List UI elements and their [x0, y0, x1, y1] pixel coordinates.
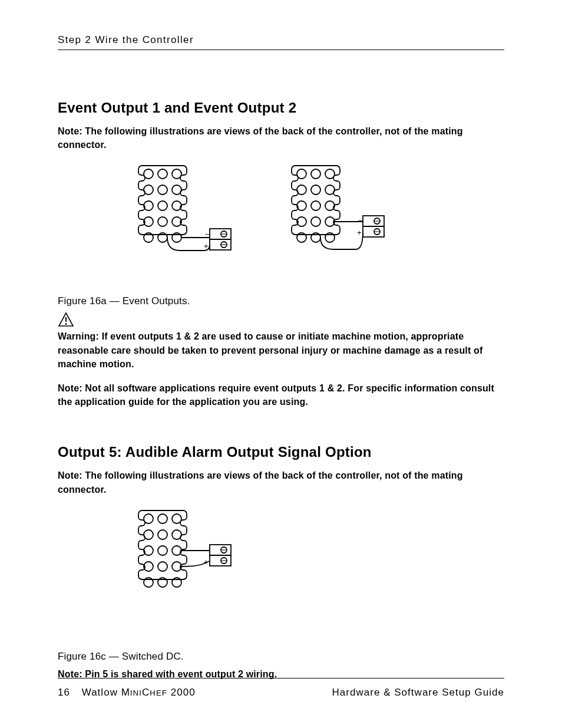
- figure-16c: – +: [133, 507, 504, 604]
- svg-point-48: [65, 323, 67, 325]
- page-footer: 16 Watlow MINICHEF 2000 Hardware & Softw…: [58, 678, 504, 699]
- svg-point-1: [158, 169, 167, 179]
- warning-text: Warning: If event outputs 1 & 2 are used…: [58, 330, 504, 371]
- svg-text:–: –: [205, 229, 210, 238]
- footer-right: Hardware & Software Setup Guide: [332, 687, 504, 699]
- svg-point-10: [158, 217, 167, 226]
- figure-16a: – +: [133, 162, 504, 262]
- svg-point-49: [144, 514, 153, 523]
- running-head: Step 2 Wire the Controller: [58, 34, 504, 46]
- svg-point-26: [297, 185, 306, 195]
- svg-point-51: [172, 514, 181, 523]
- svg-point-2: [172, 169, 181, 179]
- footer-left: 16 Watlow MINICHEF 2000: [58, 687, 196, 699]
- footer-rule: [58, 678, 504, 678]
- svg-point-56: [158, 546, 167, 555]
- section1-note2: Note: Not all software applications requ…: [58, 381, 504, 409]
- warning-block: Warning: If event outputs 1 & 2 are used…: [58, 312, 504, 409]
- svg-text:–: –: [358, 216, 363, 225]
- figure16c-caption: Figure 16c — Switched DC.: [58, 651, 504, 663]
- warning-icon: [58, 312, 74, 327]
- svg-point-28: [325, 185, 335, 195]
- svg-point-52: [144, 530, 153, 539]
- svg-point-29: [297, 201, 306, 210]
- svg-text:+: +: [357, 228, 362, 237]
- section1-note1: Note: The following illustrations are vi…: [58, 124, 504, 151]
- svg-point-50: [158, 514, 167, 523]
- svg-point-6: [144, 201, 153, 210]
- svg-point-24: [311, 169, 320, 179]
- section1-title: Event Output 1 and Event Output 2: [58, 100, 504, 116]
- svg-point-8: [172, 201, 181, 210]
- figure16a-caption: Figure 16a — Event Outputs.: [58, 295, 504, 307]
- svg-point-5: [172, 185, 181, 195]
- svg-point-53: [158, 530, 167, 539]
- page-number: 16: [58, 687, 70, 698]
- section-event-outputs: Event Output 1 and Event Output 2 Note: …: [58, 100, 504, 409]
- svg-point-23: [297, 169, 306, 179]
- svg-point-25: [325, 169, 335, 179]
- svg-point-57: [172, 546, 181, 555]
- connector-output5: – +: [133, 507, 233, 601]
- section2-title: Output 5: Audible Alarm Output Signal Op…: [58, 444, 504, 460]
- svg-point-7: [158, 201, 167, 210]
- svg-point-4: [158, 185, 167, 195]
- svg-point-0: [144, 169, 153, 179]
- section-output5: Output 5: Audible Alarm Output Signal Op…: [58, 444, 504, 681]
- svg-text:–: –: [205, 545, 210, 554]
- connector-event-output-1: – +: [133, 162, 233, 262]
- svg-text:+: +: [204, 242, 209, 251]
- section2-note1: Note: The following illustrations are vi…: [58, 469, 504, 496]
- svg-point-33: [311, 217, 320, 226]
- svg-point-54: [172, 530, 181, 539]
- product-name: Watlow MINICHEF 2000: [82, 687, 196, 698]
- connector-event-output-2: – +: [286, 162, 386, 256]
- svg-point-31: [325, 201, 335, 210]
- svg-point-3: [144, 185, 153, 195]
- svg-text:+: +: [204, 558, 209, 566]
- header-rule: [58, 50, 504, 50]
- svg-point-55: [144, 546, 153, 555]
- svg-point-30: [311, 201, 320, 210]
- svg-point-27: [311, 185, 320, 195]
- svg-point-59: [158, 562, 167, 571]
